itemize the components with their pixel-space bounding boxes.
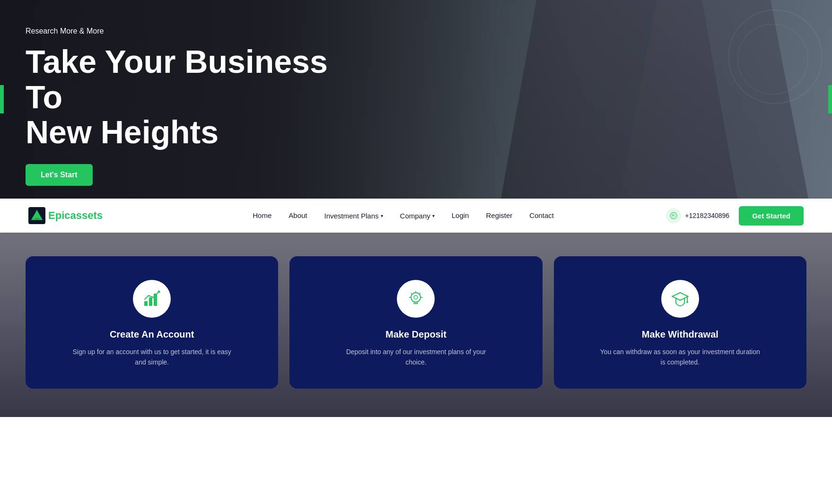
create-account-icon-circle [133, 280, 171, 318]
nav-right: +12182340896 Get Started [666, 206, 804, 226]
green-tab-left [0, 85, 4, 113]
svg-point-6 [414, 295, 418, 299]
logo-text: Epicassets [48, 209, 103, 222]
svg-point-4 [158, 291, 160, 293]
svg-point-9 [686, 301, 688, 303]
graduation-icon [670, 289, 690, 309]
nav-item-investment-plans[interactable]: Investment Plans [324, 212, 383, 220]
nav-phone: +12182340896 [666, 208, 729, 223]
logo-icon [28, 207, 45, 224]
make-deposit-icon-circle [397, 280, 435, 318]
nav-register-link[interactable]: Register [486, 211, 512, 219]
navbar: Epicassets Home About Investment Plans C… [0, 199, 832, 233]
nav-item-company[interactable]: Company [400, 212, 435, 220]
green-tab-right [828, 85, 832, 113]
nav-home-link[interactable]: Home [253, 211, 271, 219]
nav-item-login[interactable]: Login [452, 211, 469, 220]
svg-point-5 [411, 293, 420, 302]
nav-about-link[interactable]: About [289, 211, 307, 219]
nav-item-about[interactable]: About [289, 211, 307, 220]
logo-link[interactable]: Epicassets [28, 207, 103, 224]
card-1-desc: Sign up for an account with us to get st… [71, 347, 232, 368]
nav-company-link[interactable]: Company [400, 212, 435, 220]
nav-item-home[interactable]: Home [253, 211, 271, 220]
card-2-desc: Deposit into any of our investment plans… [335, 347, 496, 368]
hero-content: Research More & More Take Your Business … [0, 13, 357, 186]
svg-rect-2 [149, 297, 152, 306]
card-create-account: Create An Account Sign up for an account… [26, 256, 278, 389]
hero-title: Take Your Business To New Heights [26, 44, 357, 150]
card-3-desc: You can withdraw as soon as your investm… [600, 347, 761, 368]
svg-marker-7 [672, 293, 688, 300]
card-make-withdrawal: Make Withdrawal You can withdraw as soon… [554, 256, 806, 389]
make-withdrawal-icon-circle [661, 280, 699, 318]
svg-rect-1 [144, 301, 148, 306]
card-1-title: Create An Account [110, 329, 194, 340]
get-started-button[interactable]: Get Started [739, 206, 804, 226]
cards-section: Create An Account Sign up for an account… [0, 233, 832, 417]
hero-cta-button[interactable]: Let's Start [26, 164, 93, 186]
phone-number: +12182340896 [685, 212, 729, 219]
hero-subtitle: Research More & More [26, 27, 357, 35]
bulb-icon [406, 289, 426, 309]
card-3-title: Make Withdrawal [642, 329, 718, 340]
phone-svg [670, 212, 677, 219]
chart-icon [142, 289, 162, 309]
hero-section: Research More & More Take Your Business … [0, 0, 832, 199]
phone-icon [666, 208, 681, 223]
logo-svg [30, 209, 44, 222]
card-make-deposit: Make Deposit Deposit into any of our inv… [289, 256, 542, 389]
nav-login-link[interactable]: Login [452, 211, 469, 219]
nav-links: Home About Investment Plans Company Logi… [140, 211, 666, 220]
nav-contact-link[interactable]: Contact [529, 211, 554, 219]
card-2-title: Make Deposit [385, 329, 447, 340]
nav-investment-link[interactable]: Investment Plans [324, 212, 383, 220]
nav-item-contact[interactable]: Contact [529, 211, 554, 220]
nav-item-register[interactable]: Register [486, 211, 512, 220]
